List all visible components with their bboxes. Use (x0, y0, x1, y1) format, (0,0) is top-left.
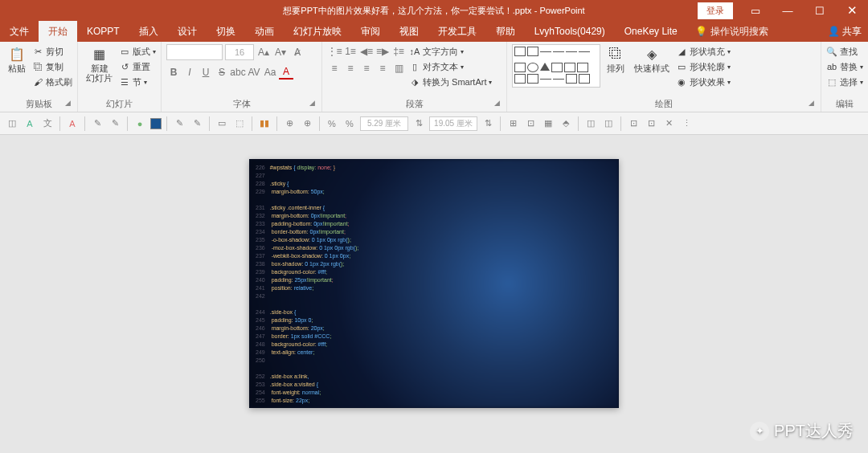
increase-font-icon[interactable]: A▴ (256, 45, 271, 59)
tool-icon[interactable]: ⊡ (644, 116, 658, 131)
align-left-button[interactable]: ≡ (327, 61, 342, 76)
tab-review[interactable]: 审阅 (351, 21, 390, 42)
tool-icon[interactable]: ⊡ (523, 116, 538, 131)
width-input[interactable]: 19.05 厘米 (429, 116, 477, 131)
tab-home[interactable]: 开始 (39, 21, 77, 42)
dialog-launcher-icon[interactable]: ◢ (309, 99, 315, 107)
eyedropper-icon[interactable]: ✎ (90, 116, 104, 131)
height-input[interactable]: 5.29 厘米 (360, 116, 408, 131)
select-button[interactable]: ⬚选择▾ (826, 75, 863, 89)
bold-button[interactable]: B (166, 65, 181, 80)
align-right-button[interactable]: ≡ (359, 61, 374, 76)
replace-button[interactable]: ab替换▾ (826, 59, 863, 74)
tool-icon[interactable]: ✎ (190, 116, 204, 131)
tool-icon[interactable]: ● (133, 116, 147, 131)
tab-onekey[interactable]: OneKey Lite (615, 21, 687, 42)
quick-styles-button[interactable]: ◈快速样式 (631, 44, 673, 96)
justify-button[interactable]: ≡ (375, 61, 390, 76)
tool-icon[interactable]: A (23, 116, 37, 131)
shape-effects-button[interactable]: ◉形状效果▾ (676, 75, 731, 89)
dialog-launcher-icon[interactable]: ◢ (494, 99, 500, 107)
paste-button[interactable]: 📋粘贴 (5, 44, 29, 96)
tool-icon[interactable]: ⬚ (232, 116, 247, 131)
tool-icon[interactable]: ✎ (172, 116, 186, 131)
font-name-select[interactable] (166, 44, 223, 60)
shadow-button[interactable]: abc (231, 65, 245, 80)
tool-icon[interactable]: ◫ (601, 116, 616, 131)
bullets-button[interactable]: ⋮≡ (327, 44, 342, 59)
underline-button[interactable]: U (199, 65, 213, 80)
tool-icon[interactable]: ▭ (215, 116, 229, 131)
text-direction-button[interactable]: ↕A文字方向▾ (409, 44, 492, 59)
line-spacing-button[interactable]: ‡≡ (391, 44, 406, 59)
tool-icon[interactable]: ◫ (583, 116, 598, 131)
tab-insert[interactable]: 插入 (129, 21, 168, 42)
slide-image[interactable]: 226#wpstats { display: none; }227228.sti… (249, 159, 619, 408)
tool-icon[interactable]: ⊕ (282, 116, 297, 131)
tool-icon[interactable]: ◫ (5, 116, 19, 131)
tool-icon[interactable]: % (342, 116, 357, 131)
layout-button[interactable]: ▭版式▾ (119, 44, 156, 59)
decrease-font-icon[interactable]: A▾ (273, 45, 288, 59)
tool-icon[interactable]: A (65, 116, 80, 131)
tab-file[interactable]: 文件 (0, 21, 39, 42)
numbering-button[interactable]: 1≡ (343, 44, 358, 59)
columns-button[interactable]: ▥ (391, 61, 406, 76)
shapes-gallery[interactable] (512, 44, 600, 88)
new-slide-button[interactable]: ▦新建 幻灯片 (83, 44, 116, 96)
maximize-icon[interactable]: ☐ (804, 0, 836, 21)
find-button[interactable]: 🔍查找 (826, 44, 863, 59)
align-text-button[interactable]: ▯对齐文本▾ (409, 59, 492, 74)
close-icon[interactable]: ✕ (836, 0, 868, 21)
shape-fill-button[interactable]: ◢形状填充▾ (676, 44, 731, 59)
strikethrough-button[interactable]: S (215, 65, 229, 80)
char-spacing-button[interactable]: AV (247, 65, 261, 80)
increase-indent-button[interactable]: ≡▶ (375, 44, 390, 59)
tool-icon[interactable]: ▦ (541, 116, 555, 131)
tell-me-search[interactable]: 💡操作说明搜索 (687, 25, 776, 39)
login-button[interactable]: 登录 (698, 2, 733, 19)
tool-icon[interactable]: 文 (40, 116, 55, 131)
format-painter-button[interactable]: 🖌格式刷 (32, 75, 72, 89)
tab-koppt[interactable]: KOPPT (77, 21, 129, 42)
font-color-button[interactable]: A (279, 65, 293, 80)
dialog-launcher-icon[interactable]: ◢ (809, 99, 814, 107)
ribbon-display-icon[interactable]: ▭ (739, 0, 772, 21)
tool-icon[interactable]: ✕ (661, 116, 676, 131)
tab-lvyhtools[interactable]: LvyhTools(0429) (525, 21, 615, 42)
tab-developer[interactable]: 开发工具 (428, 21, 486, 42)
chart-icon[interactable]: ▮▮ (257, 116, 272, 131)
tab-help[interactable]: 帮助 (486, 21, 525, 42)
copy-button[interactable]: ⿻复制 (32, 59, 72, 74)
tool-icon[interactable]: ⬘ (559, 116, 573, 131)
tool-icon[interactable]: ⋮ (679, 116, 694, 131)
italic-button[interactable]: I (182, 65, 197, 80)
tab-animations[interactable]: 动画 (245, 21, 284, 42)
tool-icon[interactable]: ⊞ (506, 116, 520, 131)
section-button[interactable]: ☰节▾ (119, 75, 156, 89)
tab-view[interactable]: 视图 (390, 21, 428, 42)
tool-icon[interactable]: % (325, 116, 339, 131)
clear-format-icon[interactable]: A̷ (290, 45, 305, 59)
align-center-button[interactable]: ≡ (343, 61, 358, 76)
decrease-indent-button[interactable]: ◀≡ (359, 44, 374, 59)
stepper-icon[interactable]: ⇅ (481, 116, 495, 131)
share-button[interactable]: 👤共享 (821, 25, 868, 39)
font-size-select[interactable]: 16 (225, 44, 254, 60)
tab-transitions[interactable]: 切换 (207, 21, 245, 42)
color-swatch[interactable] (150, 118, 162, 129)
minimize-icon[interactable]: — (772, 0, 804, 21)
tab-design[interactable]: 设计 (168, 21, 207, 42)
change-case-button[interactable]: Aa (263, 65, 277, 80)
slide-edit-area[interactable]: 226#wpstats { display: none; }227228.sti… (0, 135, 868, 453)
arrange-button[interactable]: ⿻排列 (604, 44, 628, 96)
stepper-icon[interactable]: ⇅ (411, 116, 426, 131)
tab-slideshow[interactable]: 幻灯片放映 (284, 21, 351, 42)
reset-button[interactable]: ↺重置 (119, 59, 156, 74)
shape-outline-button[interactable]: ▭形状轮廓▾ (676, 59, 731, 74)
tool-icon[interactable]: ⊕ (300, 116, 314, 131)
smartart-button[interactable]: ⬗转换为 SmartArt▾ (409, 75, 492, 89)
dialog-launcher-icon[interactable]: ◢ (65, 99, 71, 107)
tool-icon[interactable]: ⊡ (626, 116, 641, 131)
cut-button[interactable]: ✂剪切 (32, 44, 72, 59)
